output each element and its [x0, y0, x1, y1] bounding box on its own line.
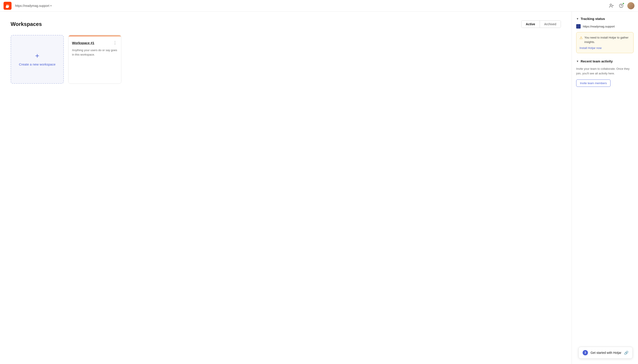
help-button[interactable]: [618, 2, 625, 9]
activity-section-header[interactable]: ▼ Recent team activity: [576, 59, 633, 63]
nav-right: [608, 2, 634, 9]
tracking-status-section: ▼ Tracking status https://readymag.suppo…: [576, 17, 633, 53]
filter-tab-archived[interactable]: Archived: [540, 20, 561, 28]
activity-description: Invite your team to collaborate. Once th…: [576, 67, 633, 76]
hotjar-logo: [4, 2, 12, 10]
page-header: Workspaces Active Archived: [11, 20, 561, 28]
avatar[interactable]: [627, 2, 634, 9]
filter-tab-active[interactable]: Active: [521, 20, 540, 28]
get-started-label: Get started with Hotjar: [590, 351, 621, 354]
get-started-widget[interactable]: 3 Get started with Hotjar 🔗: [578, 347, 633, 359]
filter-tabs: Active Archived: [521, 20, 561, 28]
svg-point-1: [610, 4, 612, 5]
workspace-card-header: Workspace #1 ⋮: [72, 40, 118, 46]
logo-area[interactable]: [4, 2, 12, 10]
create-workspace-label: Create a new workspace: [19, 62, 55, 67]
warning-text: You need to install Hotjar to gather ins…: [584, 36, 630, 44]
notification-dot: [622, 3, 624, 4]
create-workspace-card[interactable]: + Create a new workspace: [11, 35, 64, 84]
avatar-image: [627, 2, 634, 9]
workspace-grid: + Create a new workspace Workspace #1 ⋮ …: [11, 35, 561, 84]
chevron-down-icon: ▾: [50, 4, 52, 7]
tracking-site-row: https://readymag.support: [576, 24, 633, 28]
add-user-icon: [609, 3, 614, 8]
get-started-link-icon: 🔗: [624, 351, 628, 355]
workspace-name-link[interactable]: Workspace #1: [72, 41, 94, 45]
right-sidebar: ▼ Tracking status https://readymag.suppo…: [571, 12, 638, 364]
activity-collapse-arrow: ▼: [576, 60, 579, 63]
site-favicon: [576, 24, 581, 28]
page-title: Workspaces: [11, 21, 42, 27]
install-hotjar-link[interactable]: Install Hotjar now: [579, 46, 602, 50]
workspace-card-body: Workspace #1 ⋮ Anything your users do or…: [69, 36, 121, 84]
tracking-warning-box: ⚠ You need to install Hotjar to gather i…: [576, 32, 633, 53]
workspace-description: Anything your users do or say goes in th…: [72, 48, 118, 57]
site-url-text: https://readymag.support: [15, 4, 50, 8]
tracking-collapse-arrow: ▼: [576, 17, 579, 20]
activity-section-title: Recent team activity: [581, 59, 613, 63]
workspace-menu-button[interactable]: ⋮: [112, 40, 118, 46]
warning-icon: ⚠: [579, 36, 583, 40]
svg-point-4: [619, 4, 623, 8]
site-url-selector[interactable]: https://readymag.support ▾: [15, 4, 52, 8]
get-started-badge: 3: [583, 350, 588, 355]
tracking-section-title: Tracking status: [581, 17, 605, 20]
tracking-site-url: https://readymag.support: [583, 25, 615, 28]
recent-activity-section: ▼ Recent team activity Invite your team …: [576, 59, 633, 87]
tracking-status-header[interactable]: ▼ Tracking status: [576, 17, 633, 20]
workspace-1-card: Workspace #1 ⋮ Anything your users do or…: [68, 35, 121, 84]
main-layout: Workspaces Active Archived + Create a ne…: [0, 12, 638, 364]
add-user-button[interactable]: [608, 2, 615, 9]
invite-team-members-button[interactable]: Invite team members: [576, 80, 610, 87]
warning-header: ⚠ You need to install Hotjar to gather i…: [579, 36, 630, 44]
content-area: Workspaces Active Archived + Create a ne…: [0, 12, 571, 364]
plus-icon: +: [35, 52, 40, 59]
topnav: https://readymag.support ▾: [0, 0, 638, 12]
